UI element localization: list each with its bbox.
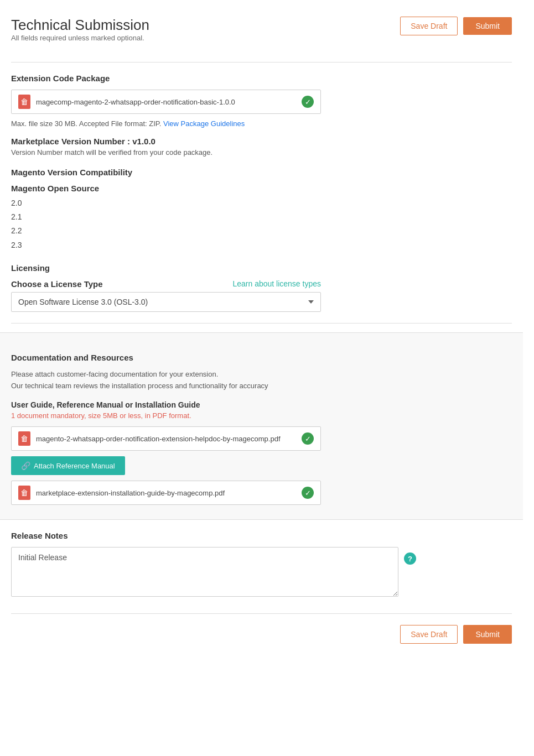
- section-divider: [11, 323, 512, 324]
- save-draft-button-bottom[interactable]: Save Draft: [400, 625, 458, 644]
- licensing-section: Licensing Choose a License Type Learn ab…: [11, 263, 512, 312]
- choose-license-label: Choose a License Type: [11, 279, 103, 289]
- page-container: Technical Submission All fields required…: [0, 0, 534, 756]
- doc-file2-check-icon: ✓: [302, 487, 314, 499]
- release-notes-title: Release Notes: [11, 531, 512, 540]
- user-guide-note: 1 document mandatory, size 5MB or less, …: [11, 411, 501, 420]
- extension-file-name: magecomp-magento-2-whatsapp-order-notifi…: [36, 98, 296, 106]
- marketplace-version-sublabel: Version Number match will be verified fr…: [11, 148, 512, 157]
- paperclip-icon: 🔗: [21, 461, 30, 470]
- version-item-20: 2.0: [11, 196, 512, 210]
- version-item-22: 2.2: [11, 224, 512, 238]
- magento-version-list: 2.0 2.1 2.2 2.3: [11, 196, 512, 252]
- save-draft-button-top[interactable]: Save Draft: [400, 17, 458, 35]
- page-title-block: Technical Submission All fields required…: [11, 17, 149, 53]
- extension-file-icon: [18, 95, 30, 109]
- documentation-title: Documentation and Resources: [11, 353, 501, 362]
- submit-button-bottom[interactable]: Submit: [463, 625, 512, 644]
- extension-code-section: Extension Code Package magecomp-magento-…: [11, 74, 512, 128]
- doc-file1-check-icon: ✓: [302, 432, 314, 445]
- attach-btn-label: Attach Reference Manual: [34, 462, 115, 470]
- magento-version-title: Magento Version Compatibility: [11, 168, 512, 177]
- user-guide-label: User Guide, Reference Manual or Installa…: [11, 400, 501, 409]
- submit-button-top[interactable]: Submit: [463, 17, 512, 35]
- doc-description: Please attach customer-facing documentat…: [11, 369, 501, 392]
- doc-file2-row: marketplace-extension-installation-guide…: [11, 481, 321, 505]
- doc-file2-name: marketplace-extension-installation-guide…: [36, 489, 296, 497]
- licensing-title: Licensing: [11, 263, 512, 273]
- license-header-row: Choose a License Type Learn about licens…: [11, 279, 321, 289]
- doc-file1-row: magento-2-whatsapp-order-notification-ex…: [11, 426, 321, 451]
- magento-version-section: Magento Version Compatibility Magento Op…: [11, 168, 512, 252]
- view-guidelines-link[interactable]: View Package Guidelines: [163, 119, 245, 128]
- extension-file-check-icon: ✓: [302, 96, 314, 108]
- version-item-21: 2.1: [11, 210, 512, 224]
- doc-file1-name: magento-2-whatsapp-order-notification-ex…: [36, 435, 296, 443]
- bottom-bar: Save Draft Submit: [11, 613, 512, 644]
- documentation-section: Documentation and Resources Please attac…: [0, 332, 523, 520]
- subtitle: All fields required unless marked option…: [11, 34, 149, 42]
- release-row: Initial Release ?: [11, 547, 512, 597]
- attach-reference-manual-button[interactable]: 🔗 Attach Reference Manual: [11, 456, 125, 475]
- help-icon[interactable]: ?: [404, 552, 416, 565]
- release-notes-section: Release Notes Initial Release ?: [11, 531, 512, 597]
- marketplace-version-label: Marketplace Version Number : v1.0.0: [11, 137, 512, 146]
- extension-code-title: Extension Code Package: [11, 74, 512, 83]
- doc-file1-icon: [18, 431, 30, 446]
- extension-file-note: Max. file size 30 MB. Accepted File form…: [11, 119, 512, 128]
- version-item-23: 2.3: [11, 238, 512, 252]
- page-title: Technical Submission: [11, 17, 149, 34]
- extension-file-row: magecomp-magento-2-whatsapp-order-notifi…: [11, 90, 321, 114]
- release-notes-textarea[interactable]: Initial Release: [11, 547, 398, 597]
- license-select[interactable]: Open Software License 3.0 (OSL-3.0) Acad…: [11, 292, 321, 312]
- header-divider: [11, 62, 512, 62]
- header-row: Technical Submission All fields required…: [11, 17, 512, 53]
- marketplace-version-section: Marketplace Version Number : v1.0.0 Vers…: [11, 137, 512, 157]
- magento-open-source-title: Magento Open Source: [11, 184, 512, 193]
- learn-license-link[interactable]: Learn about license types: [232, 279, 321, 288]
- header-buttons: Save Draft Submit: [400, 17, 512, 35]
- doc-file2-icon: [18, 486, 30, 500]
- license-select-wrapper: Open Software License 3.0 (OSL-3.0) Acad…: [11, 292, 321, 312]
